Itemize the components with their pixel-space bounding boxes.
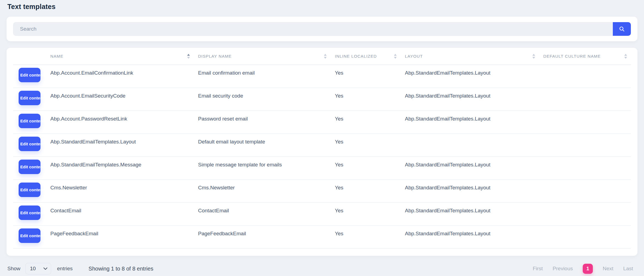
cell-layout: Abp.StandardEmailTemplates.Layout	[401, 111, 539, 134]
sort-icon	[624, 54, 627, 59]
cell-display-name: Password reset email	[194, 111, 330, 134]
cell-layout: Abp.StandardEmailTemplates.Layout	[401, 65, 539, 88]
pagination-next[interactable]: Next	[603, 266, 613, 272]
cell-inline-localized: Yes	[330, 225, 401, 248]
edit-contents-button[interactable]: Edit contents	[19, 137, 40, 151]
column-header-label: DEFAULT CULTURE NAME	[543, 54, 601, 58]
chevron-down-icon	[43, 267, 48, 270]
cell-inline-localized: Yes	[330, 111, 401, 134]
column-header-inline-localized[interactable]: INLINE LOCALIZED	[330, 48, 401, 65]
edit-contents-button[interactable]: Edit contents	[19, 91, 40, 105]
column-header-actions	[13, 48, 46, 65]
cell-default-culture-name	[539, 134, 631, 157]
edit-contents-button[interactable]: Edit contents	[19, 205, 40, 220]
edit-contents-button[interactable]: Edit contents	[19, 68, 40, 82]
edit-contents-button[interactable]: Edit contents	[19, 160, 40, 174]
page-size-select[interactable]: 10	[25, 263, 51, 274]
cell-inline-localized: Yes	[330, 88, 401, 111]
text-templates-page: Text templates	[0, 0, 644, 276]
pagination-previous[interactable]: Previous	[553, 266, 573, 272]
page-title: Text templates	[0, 0, 644, 11]
cell-display-name: Cms.Newsletter	[194, 180, 330, 202]
cell-display-name: Simple message template for emails	[194, 157, 330, 180]
column-header-display-name[interactable]: DISPLAY NAME	[194, 48, 330, 65]
table-footer: Show 10 entries Showing 1 to 8 of 8 entr…	[0, 256, 644, 274]
cell-layout: Abp.StandardEmailTemplates.Layout	[401, 202, 539, 225]
table-row: Edit contents ContactEmail ContactEmail …	[13, 202, 631, 225]
pagination: First Previous 1 Next Last	[533, 264, 633, 274]
cell-inline-localized: Yes	[330, 65, 401, 88]
search-card	[7, 17, 637, 41]
cell-name: Abp.StandardEmailTemplates.Message	[46, 157, 194, 180]
pagination-current-page[interactable]: 1	[583, 264, 593, 274]
table-row: Edit contents Abp.Account.PasswordResetL…	[13, 111, 631, 134]
cell-layout: Abp.StandardEmailTemplates.Layout	[401, 157, 539, 180]
cell-layout: Abp.StandardEmailTemplates.Layout	[401, 88, 539, 111]
cell-default-culture-name	[539, 225, 631, 248]
cell-name: Cms.Newsletter	[46, 180, 194, 202]
column-header-label: DISPLAY NAME	[198, 54, 232, 58]
cell-default-culture-name	[539, 157, 631, 180]
column-header-name[interactable]: NAME	[46, 48, 194, 65]
templates-table: NAME DISPLAY NAME INLINE LOCALIZED	[13, 48, 631, 249]
column-header-label: LAYOUT	[405, 54, 423, 58]
cell-display-name: ContactEmail	[194, 202, 330, 225]
search-group	[13, 22, 631, 36]
cell-inline-localized: Yes	[330, 180, 401, 202]
table-row: Edit contents Cms.Newsletter Cms.Newslet…	[13, 180, 631, 202]
cell-inline-localized: Yes	[330, 202, 401, 225]
pagination-first[interactable]: First	[533, 266, 543, 272]
cell-layout: Abp.StandardEmailTemplates.Layout	[401, 225, 539, 248]
table-header-row: NAME DISPLAY NAME INLINE LOCALIZED	[13, 48, 631, 65]
search-icon	[619, 26, 625, 32]
entries-summary: Showing 1 to 8 of 8 entries	[89, 266, 153, 272]
cell-name: Abp.StandardEmailTemplates.Layout	[46, 134, 194, 157]
cell-display-name: Default email layout template	[194, 134, 330, 157]
sort-icon	[532, 54, 535, 59]
table-row: Edit contents PageFeedbackEmail PageFeed…	[13, 225, 631, 248]
cell-default-culture-name	[539, 180, 631, 202]
footer-left: Show 10 entries Showing 1 to 8 of 8 entr…	[7, 263, 153, 274]
cell-display-name: Email security code	[194, 88, 330, 111]
entries-label: entries	[57, 266, 73, 272]
sort-icon	[324, 54, 327, 59]
table-row: Edit contents Abp.StandardEmailTemplates…	[13, 134, 631, 157]
cell-layout: Abp.StandardEmailTemplates.Layout	[401, 180, 539, 202]
cell-name: ContactEmail	[46, 202, 194, 225]
edit-contents-button[interactable]: Edit contents	[19, 114, 40, 128]
table-row: Edit contents Abp.Account.EmailConfirmat…	[13, 65, 631, 88]
column-header-label: INLINE LOCALIZED	[335, 54, 377, 58]
cell-layout	[401, 134, 539, 157]
cell-name: PageFeedbackEmail	[46, 225, 194, 248]
table-row: Edit contents Abp.Account.EmailSecurityC…	[13, 88, 631, 111]
edit-contents-button[interactable]: Edit contents	[19, 228, 40, 243]
sort-icon	[394, 54, 397, 59]
cell-default-culture-name	[539, 65, 631, 88]
column-header-label: NAME	[50, 54, 63, 58]
cell-name: Abp.Account.EmailConfirmationLink	[46, 65, 194, 88]
cell-display-name: PageFeedbackEmail	[194, 225, 330, 248]
cell-display-name: Email confirmation email	[194, 65, 330, 88]
search-input[interactable]	[13, 22, 613, 36]
cell-name: Abp.Account.EmailSecurityCode	[46, 88, 194, 111]
pagination-last[interactable]: Last	[623, 266, 633, 272]
cell-default-culture-name	[539, 111, 631, 134]
cell-inline-localized: Yes	[330, 157, 401, 180]
show-label: Show	[7, 266, 21, 272]
column-header-default-culture-name[interactable]: DEFAULT CULTURE NAME	[539, 48, 631, 65]
sort-asc-icon	[187, 54, 190, 59]
search-button[interactable]	[613, 22, 631, 36]
page-size-value: 10	[30, 266, 36, 272]
cell-inline-localized: Yes	[330, 134, 401, 157]
edit-contents-button[interactable]: Edit contents	[19, 183, 40, 197]
cell-default-culture-name	[539, 88, 631, 111]
templates-table-card: NAME DISPLAY NAME INLINE LOCALIZED	[7, 48, 637, 256]
table-row: Edit contents Abp.StandardEmailTemplates…	[13, 157, 631, 180]
column-header-layout[interactable]: LAYOUT	[401, 48, 539, 65]
cell-default-culture-name	[539, 202, 631, 225]
cell-name: Abp.Account.PasswordResetLink	[46, 111, 194, 134]
